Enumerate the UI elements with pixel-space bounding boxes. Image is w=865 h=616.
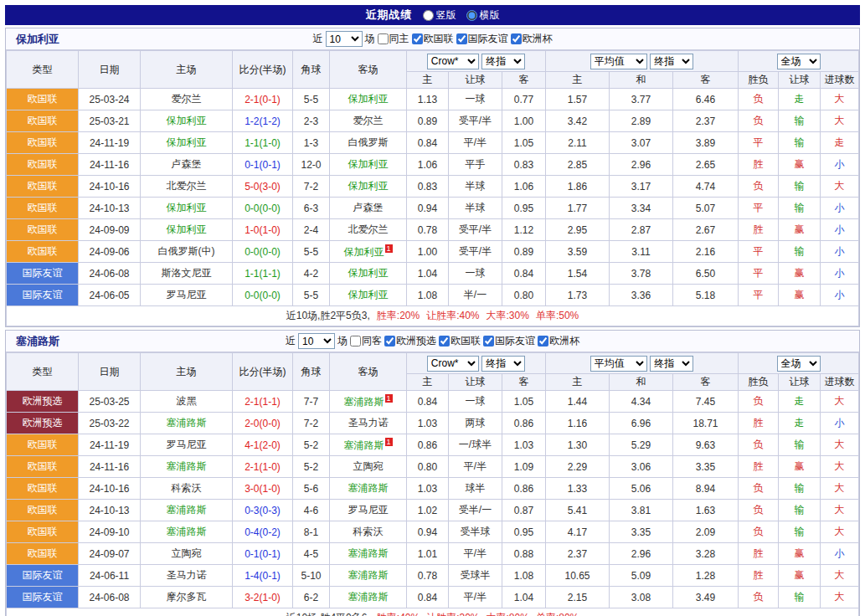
team-label: 保加利亚 xyxy=(167,136,207,148)
filter-same-venue[interactable]: 同客 xyxy=(350,334,382,348)
result-outcome: 胜 xyxy=(739,154,779,176)
filter-checkbox[interactable] xyxy=(412,33,423,44)
home-team: 罗马尼亚 xyxy=(141,434,233,456)
recent-count-select[interactable]: 10 xyxy=(326,31,363,47)
euro-draw-odds: 3.36 xyxy=(610,285,673,306)
layout-horizontal-option[interactable]: 横版 xyxy=(466,8,500,23)
filter-competition[interactable]: 国际友谊 xyxy=(483,334,535,348)
filter-competition[interactable]: 欧洲预选 xyxy=(384,334,436,348)
euro-away-odds: 3.35 xyxy=(673,456,739,478)
asian-home-odds: 0.86 xyxy=(407,434,449,456)
col-type: 类型 xyxy=(7,353,79,391)
asian-home-odds: 0.78 xyxy=(407,565,449,587)
competition-badge: 欧国联 xyxy=(7,110,79,132)
handicap-outcome: 走 xyxy=(779,413,821,434)
result-outcome: 平 xyxy=(739,263,779,285)
filter-label: 欧洲预选 xyxy=(396,334,436,348)
summary-text: 近10场,胜2平5负3,胜率:20%让胜率:40%大率:30%单率:50% xyxy=(7,306,859,326)
asian-home-odds: 1.04 xyxy=(407,263,449,285)
filter-checkbox[interactable] xyxy=(439,336,450,346)
corner-count: 5-2 xyxy=(293,434,330,456)
away-team: 科索沃 xyxy=(330,521,407,543)
col-asian-line: 让球 xyxy=(449,72,502,89)
goals-outcome: 大 xyxy=(821,434,859,456)
team-label: 保加利亚 xyxy=(348,158,389,170)
asian-final-select[interactable]: 终指 xyxy=(481,54,525,69)
home-team: 保加利亚 xyxy=(141,132,233,154)
filter-label: 欧洲杯 xyxy=(549,334,579,348)
fullmatch-select[interactable]: 全场 xyxy=(777,356,821,372)
asian-handicap-line: 球半 xyxy=(449,478,502,500)
bookmaker-select[interactable]: Crow* xyxy=(427,54,479,69)
euro-away-odds: 5.18 xyxy=(673,285,739,306)
euro-away-odds: 6.50 xyxy=(673,263,739,285)
home-team: 保加利亚 xyxy=(141,110,233,132)
horizontal-radio-label: 横版 xyxy=(480,8,500,23)
asian-away-odds: 0.83 xyxy=(502,154,546,176)
result-outcome: 平 xyxy=(739,241,779,263)
red-card-badge: 1 xyxy=(385,244,393,253)
asian-handicap-line: 半球 xyxy=(449,176,502,198)
result-outcome: 胜 xyxy=(739,413,779,434)
asian-home-odds: 1.03 xyxy=(407,413,449,434)
away-team: 保加利亚 xyxy=(330,154,407,176)
euro-home-odds: 5.41 xyxy=(546,500,610,521)
summary-stat: 大率:30% xyxy=(487,310,529,321)
asian-handicap-line: 平/半 xyxy=(449,132,502,154)
asian-home-odds: 1.02 xyxy=(407,500,449,521)
home-team: 科索沃 xyxy=(141,478,233,500)
euro-average-select[interactable]: 平均值 xyxy=(590,356,647,372)
filter-checkbox[interactable] xyxy=(538,336,548,346)
match-row: 欧国联25-03-24爱尔兰2-1(0-1)5-5保加利亚1.13一球0.771… xyxy=(7,89,859,110)
filter-checkbox[interactable] xyxy=(511,33,522,44)
match-date: 24-06-08 xyxy=(79,587,141,608)
filter-competition[interactable]: 欧洲杯 xyxy=(538,334,579,348)
filter-checkbox[interactable] xyxy=(456,33,467,44)
filter-checkbox[interactable] xyxy=(378,33,389,44)
team-label: 摩尔多瓦 xyxy=(167,591,207,603)
euro-draw-odds: 3.35 xyxy=(610,521,673,543)
euro-draw-odds: 3.17 xyxy=(610,176,673,198)
horizontal-radio[interactable] xyxy=(466,10,477,21)
goals-outcome: 小 xyxy=(821,263,859,285)
match-date: 24-06-05 xyxy=(79,285,141,306)
match-row: 欧国联24-09-07立陶宛0-1(0-1)4-5塞浦路斯1.01平/半0.88… xyxy=(7,543,859,565)
asian-away-odds: 0.87 xyxy=(502,500,546,521)
filter-competition[interactable]: 欧洲杯 xyxy=(511,32,553,46)
filter-checkbox[interactable] xyxy=(483,336,494,346)
filter-same-venue[interactable]: 同主 xyxy=(378,32,409,46)
handicap-outcome: 输 xyxy=(779,478,821,500)
match-row: 欧国联24-10-16北爱尔兰5-0(3-0)7-2保加利亚0.83半球1.06… xyxy=(7,176,859,198)
match-row: 欧国联24-11-16卢森堡0-1(0-1)12-0保加利亚1.06平手0.83… xyxy=(7,154,859,176)
euro-final-select[interactable]: 终指 xyxy=(650,54,693,69)
recent-count-select[interactable]: 10 xyxy=(298,333,335,349)
match-score: 0-0(0-0) xyxy=(233,285,293,306)
filter-competition[interactable]: 欧国联 xyxy=(412,32,454,46)
competition-badge: 国际友谊 xyxy=(7,263,79,285)
layout-vertical-option[interactable]: 竖版 xyxy=(423,8,456,23)
match-date: 24-09-10 xyxy=(79,521,141,543)
vertical-radio[interactable] xyxy=(423,10,434,21)
asian-odds-controls: Crow* 终指 xyxy=(407,353,546,374)
euro-home-odds: 3.59 xyxy=(546,241,610,263)
competition-badge: 欧国联 xyxy=(7,132,79,154)
filter-bar: 近 10 场 同客欧洲预选欧国联国际友谊欧洲杯 xyxy=(286,333,579,349)
match-score: 3-0(1-0) xyxy=(233,478,293,500)
bookmaker-select[interactable]: Crow* xyxy=(427,356,479,372)
filter-checkbox[interactable] xyxy=(384,336,395,346)
filter-checkbox[interactable] xyxy=(350,336,361,346)
filter-competition[interactable]: 欧国联 xyxy=(439,334,481,348)
match-score: 1-1(1-0) xyxy=(233,132,293,154)
goals-outcome: 大 xyxy=(821,89,859,110)
home-team: 塞浦路斯 xyxy=(141,413,233,434)
filter-competition[interactable]: 国际友谊 xyxy=(456,32,508,46)
goals-outcome: 大 xyxy=(821,521,859,543)
euro-average-select[interactable]: 平均值 xyxy=(590,54,647,69)
fullmatch-select[interactable]: 全场 xyxy=(777,54,821,69)
match-date: 24-09-06 xyxy=(79,241,141,263)
asian-final-select[interactable]: 终指 xyxy=(481,356,525,372)
corner-count: 8-1 xyxy=(293,521,330,543)
euro-final-select[interactable]: 终指 xyxy=(650,356,693,372)
euro-away-odds: 7.45 xyxy=(673,391,739,413)
result-outcome: 胜 xyxy=(739,565,779,587)
